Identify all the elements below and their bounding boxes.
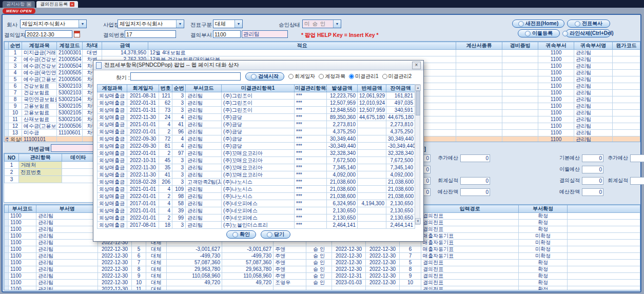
table-row[interactable]: 외상매출금2022-09-30724관리팀(주)금당***30,349,4403…: [97, 135, 415, 143]
cell[interactable]: [568, 240, 640, 246]
cell[interactable]: 1100: [538, 90, 574, 96]
cell[interactable]: 결의전표: [421, 280, 519, 286]
cell[interactable]: 2022-11-30: [127, 164, 159, 171]
budget-field-value[interactable]: 0: [460, 154, 490, 162]
cell[interactable]: [358, 193, 386, 200]
cell[interactable]: 2022-01-01: [127, 128, 159, 135]
cell[interactable]: 관리팀: [186, 100, 222, 107]
cell[interactable]: 미수금: [22, 130, 57, 136]
cell[interactable]: 관리팀: [186, 164, 222, 171]
cell[interactable]: [358, 164, 386, 171]
cell[interactable]: (주)네오피에스: [222, 207, 295, 214]
cell[interactable]: 30,349,440: [386, 135, 415, 143]
cell[interactable]: 고용보험료: [22, 110, 57, 116]
cell[interactable]: 2,273,810: [386, 121, 415, 128]
cell[interactable]: 관리팀: [574, 136, 613, 143]
cell[interactable]: 주앤: [274, 260, 306, 266]
cell[interactable]: [5, 103, 9, 110]
cell[interactable]: 2021-01-01: [127, 207, 159, 214]
cell[interactable]: [568, 220, 640, 226]
cell[interactable]: 1100: [9, 280, 36, 286]
cell[interactable]: 확정: [519, 226, 568, 233]
cell[interactable]: 관리팀: [574, 110, 613, 116]
cell[interactable]: [568, 213, 640, 220]
cell[interactable]: 2,130,650: [386, 200, 415, 207]
cell[interactable]: 관리팀: [574, 90, 613, 96]
cell[interactable]: 2022-10-31: [127, 157, 159, 164]
cell[interactable]: 외상매출금: [97, 164, 127, 171]
cell[interactable]: 4: [159, 186, 172, 193]
cell[interactable]: 관리팀: [186, 114, 222, 121]
cell[interactable]: [456, 136, 502, 143]
cell[interactable]: 8: [9, 96, 22, 103]
cell[interactable]: 206: [159, 179, 172, 186]
table-row[interactable]: 외상매출금2022-11-30244관리팀(주)금당***89,350,3604…: [97, 114, 415, 121]
cell[interactable]: 7: [9, 90, 22, 96]
cell[interactable]: [5, 213, 9, 220]
radio-input[interactable]: [382, 74, 387, 79]
cell[interactable]: [5, 90, 9, 96]
cell[interactable]: 산재보험료: [22, 116, 57, 123]
cell[interactable]: 18: [159, 222, 172, 229]
cell[interactable]: 53002103: [57, 90, 83, 96]
cell[interactable]: [5, 240, 9, 246]
cell[interactable]: [613, 83, 640, 90]
cell[interactable]: 관리팀: [186, 207, 222, 214]
cell[interactable]: 58: [172, 200, 186, 207]
cell[interactable]: 외상매출금: [97, 186, 127, 193]
cell[interactable]: 29,963,780: [167, 266, 222, 273]
cell[interactable]: (주)꼬매요코리아: [222, 164, 295, 171]
cell[interactable]: 관리팀: [36, 213, 98, 220]
cell[interactable]: 관리팀: [574, 76, 613, 83]
cell[interactable]: [5, 266, 9, 273]
cell[interactable]: 11: [132, 286, 146, 291]
cell[interactable]: 관리팀: [574, 50, 613, 56]
cell[interactable]: ***: [295, 164, 327, 171]
company-select[interactable]: 제일저지주식회사 ▼: [20, 19, 87, 28]
table-row[interactable]: 외상매출금2022-11-30413관리팀(주)꼬매요코리아***4,092,0…: [97, 171, 415, 179]
cell[interactable]: [167, 286, 222, 291]
cell[interactable]: 2022-12-30: [98, 253, 132, 260]
cell[interactable]: -499,730: [222, 253, 274, 260]
cell[interactable]: 주앤: [274, 253, 306, 260]
cell[interactable]: [502, 136, 538, 143]
cell[interactable]: 외상매출금: [97, 214, 127, 222]
cell[interactable]: ***: [295, 100, 327, 107]
cell[interactable]: 8: [132, 266, 146, 273]
cell[interactable]: 2022-12-30: [98, 246, 132, 253]
cell[interactable]: 매출자동기표: [421, 240, 519, 246]
cell[interactable]: 관리팀: [186, 157, 222, 164]
cell[interactable]: 44,675,180: [386, 114, 415, 121]
table-row[interactable]: 외상매출금2018-02-282063고객만족2팀(JJ(주)나노시스***21…: [97, 179, 415, 186]
cell[interactable]: 12,507,959: [358, 107, 386, 114]
cell[interactable]: 1100: [9, 233, 36, 240]
tab-notice[interactable]: 공지사항 ×: [3, 1, 35, 8]
cell[interactable]: 대변: [83, 50, 102, 56]
cell[interactable]: 결의전표: [421, 266, 519, 273]
cell[interactable]: 관리팀: [186, 200, 222, 207]
cell[interactable]: 21000505: [57, 70, 83, 76]
cell[interactable]: -499,730: [167, 253, 222, 260]
table-row[interactable]: 외상매출금2022-01-01299관리팀(주)네오피에스***2,130,65…: [97, 214, 415, 222]
cell[interactable]: 외상매출금: [97, 193, 127, 200]
cell[interactable]: 결의전표: [421, 220, 519, 226]
delete-line-button[interactable]: 라인삭제(Ctrl+Del): [565, 29, 611, 37]
chevron-down-icon[interactable]: ▼: [176, 20, 184, 28]
cell[interactable]: 53002104: [57, 96, 83, 103]
cell[interactable]: 340,591: [386, 107, 415, 114]
scrollbar[interactable]: ▲ ▼: [415, 84, 420, 225]
table-row[interactable]: 외상매출금2022-01-01297관리팀(주)꼬매요코리아***32,328,…: [97, 150, 415, 157]
table-row[interactable]: 외상매출금2022-01-31623관리팀(주)그린조이***12,507,95…: [97, 100, 415, 107]
table-row[interactable]: 2전표번호: [5, 169, 95, 176]
cell[interactable]: 6,324,950: [327, 200, 358, 207]
cell[interactable]: 45: [159, 157, 172, 164]
cell[interactable]: [5, 50, 9, 56]
cell[interactable]: 외상매출금: [9, 136, 22, 143]
cell[interactable]: [5, 260, 9, 266]
cell[interactable]: 12: [9, 123, 22, 130]
cell[interactable]: 3: [172, 179, 186, 186]
cell[interactable]: 2017-01-01: [127, 200, 159, 207]
cell[interactable]: [5, 226, 9, 233]
radio-option-미결관리1[interactable]: 미결관리1: [349, 73, 379, 80]
cell[interactable]: 대체: [146, 286, 167, 291]
